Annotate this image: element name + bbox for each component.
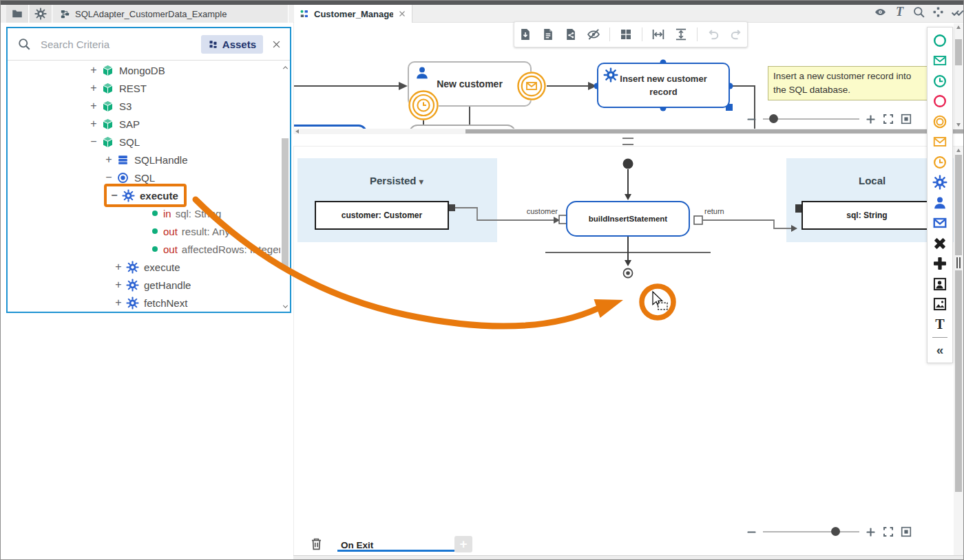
undo-icon[interactable] xyxy=(706,28,720,41)
trash-icon[interactable] xyxy=(309,537,324,551)
pane-splitter[interactable] xyxy=(293,134,964,146)
h-distribute-icon[interactable] xyxy=(651,28,665,41)
scroll-up-icon[interactable] xyxy=(956,25,961,29)
zoom-slider-knob[interactable] xyxy=(831,527,840,536)
top-pane-vscrollbar[interactable] xyxy=(954,23,963,129)
scroll-left-icon[interactable] xyxy=(295,129,299,133)
eye-icon[interactable] xyxy=(874,6,887,19)
panel-resize-grip[interactable] xyxy=(955,255,962,270)
text-tool-icon[interactable]: T xyxy=(928,314,952,335)
intermediate-event-icon[interactable] xyxy=(928,111,952,132)
start-event-icon[interactable] xyxy=(928,30,952,51)
snap-icon[interactable] xyxy=(932,6,945,19)
zoom-out-icon[interactable] xyxy=(746,114,757,125)
message-intermediate-event-icon[interactable] xyxy=(928,132,952,153)
assets-filter-button[interactable]: Assets xyxy=(201,35,263,54)
grid-layout-icon[interactable] xyxy=(619,28,633,41)
tree-item-S3[interactable]: +S3 xyxy=(8,97,290,115)
overview-icon[interactable] xyxy=(900,526,912,538)
tree-scrollbar-thumb[interactable] xyxy=(282,138,289,270)
scroll-down-icon[interactable] xyxy=(282,303,289,310)
scroll-up-icon[interactable] xyxy=(956,149,961,152)
close-search-icon[interactable] xyxy=(271,39,282,50)
splitter-grip-icon[interactable] xyxy=(622,138,633,145)
zoom-slider[interactable] xyxy=(763,531,859,532)
zoom-out-icon[interactable] xyxy=(746,526,757,538)
tree-item-result: Any[interactable]: outresult: Any xyxy=(8,222,290,240)
parallel-gateway-icon[interactable] xyxy=(928,254,952,274)
tree-item-REST[interactable]: +REST xyxy=(8,79,290,97)
fit-screen-icon[interactable] xyxy=(882,113,894,125)
tab-settings[interactable] xyxy=(30,5,52,23)
tab-on-exit[interactable]: On Exit xyxy=(341,540,373,550)
add-tab-button[interactable]: + xyxy=(454,536,472,552)
collapse-palette-icon[interactable]: « xyxy=(928,340,952,360)
collapse-icon[interactable]: − xyxy=(87,136,100,148)
tab-project[interactable]: SQLAdapter_CustomerData_Example xyxy=(53,5,289,23)
vscrollbar-thumb[interactable] xyxy=(955,39,962,65)
file-text-icon[interactable] xyxy=(541,28,555,41)
hscrollbar-thumb[interactable] xyxy=(465,129,963,133)
expand-icon[interactable]: + xyxy=(112,297,125,309)
operation-diagram-pane[interactable]: Persisted ▾ Local customer return xyxy=(293,146,964,556)
timer-boundary-event[interactable] xyxy=(408,90,439,120)
message-task-icon[interactable] xyxy=(928,213,952,234)
tree-item-getHandle[interactable]: +getHandle xyxy=(8,276,290,294)
node-sql-variable[interactable]: sql: String xyxy=(801,201,932,230)
zoom-slider[interactable] xyxy=(763,118,859,120)
message-boundary-event[interactable] xyxy=(517,72,546,100)
image-icon[interactable] xyxy=(928,294,952,315)
vscrollbar-thumb[interactable] xyxy=(955,155,962,492)
node-customer-variable[interactable]: customer: Customer xyxy=(315,201,449,230)
expand-icon[interactable]: + xyxy=(87,82,100,94)
scroll-up-icon[interactable] xyxy=(282,64,289,72)
node-insert-new-customer-record[interactable]: Insert new customer record xyxy=(597,63,730,108)
search-input[interactable] xyxy=(39,38,201,51)
tab-files[interactable] xyxy=(6,5,29,23)
fit-screen-icon[interactable] xyxy=(882,526,894,538)
tree-item-SQLHandle[interactable]: +SQLHandle xyxy=(8,151,290,169)
node-build-insert-statement[interactable]: buildInsertStatement xyxy=(566,201,690,237)
text-style-icon[interactable]: T xyxy=(893,6,906,19)
redo-icon[interactable] xyxy=(729,28,743,41)
zoom-in-icon[interactable] xyxy=(865,114,877,125)
top-pane-hscrollbar[interactable] xyxy=(293,129,964,134)
expand-icon[interactable]: + xyxy=(87,64,100,76)
exclusive-gateway-icon[interactable] xyxy=(928,233,952,254)
service-task-icon[interactable] xyxy=(928,173,952,193)
timer-start-event-icon[interactable] xyxy=(928,71,952,91)
expand-icon[interactable]: + xyxy=(87,100,100,112)
collapse-icon[interactable]: − xyxy=(108,189,120,202)
collapse-icon[interactable]: − xyxy=(103,171,115,184)
bottom-pane-vscrollbar[interactable] xyxy=(954,147,963,555)
tree-item-execute[interactable]: −execute xyxy=(8,186,290,204)
zoom-in-icon[interactable] xyxy=(865,526,877,538)
tree-item-SAP[interactable]: +SAP xyxy=(8,115,290,133)
tree-item-MongoDB[interactable]: +MongoDB xyxy=(8,61,290,79)
message-start-event-icon[interactable] xyxy=(928,51,952,72)
user-task-icon[interactable] xyxy=(928,193,952,213)
highlighted-tree-item[interactable]: −execute xyxy=(104,184,187,207)
tree-scrollbar[interactable] xyxy=(280,64,290,310)
file-download-icon[interactable] xyxy=(518,28,532,41)
timer-intermediate-event-icon[interactable] xyxy=(928,152,952,173)
zoom-slider-knob[interactable] xyxy=(769,114,778,123)
annotation-note[interactable]: Insert a new customer record into the SQ… xyxy=(768,66,932,100)
tree-item-SQL[interactable]: −SQL xyxy=(8,133,290,151)
overview-icon[interactable] xyxy=(900,113,912,125)
expand-icon[interactable]: + xyxy=(103,153,115,166)
tree-item-affectedRows: Integer[interactable]: outaffectedRows: Integer xyxy=(8,240,290,258)
expand-icon[interactable]: + xyxy=(112,279,125,291)
participant-icon[interactable] xyxy=(928,274,952,294)
search-icon[interactable] xyxy=(912,6,925,19)
scroll-down-icon[interactable] xyxy=(956,123,961,127)
eye-slash-icon[interactable] xyxy=(587,28,600,41)
file-share-icon[interactable] xyxy=(564,28,578,41)
v-distribute-icon[interactable] xyxy=(674,28,688,41)
end-event-icon[interactable] xyxy=(928,91,952,112)
tree-item-execute[interactable]: +execute xyxy=(8,258,290,276)
expand-icon[interactable]: + xyxy=(112,261,125,273)
tree-item-fetchNext[interactable]: +fetchNext xyxy=(8,294,290,312)
tab-customer-management[interactable]: Customer_Managem… xyxy=(294,5,412,23)
close-tab-icon[interactable] xyxy=(398,10,406,18)
